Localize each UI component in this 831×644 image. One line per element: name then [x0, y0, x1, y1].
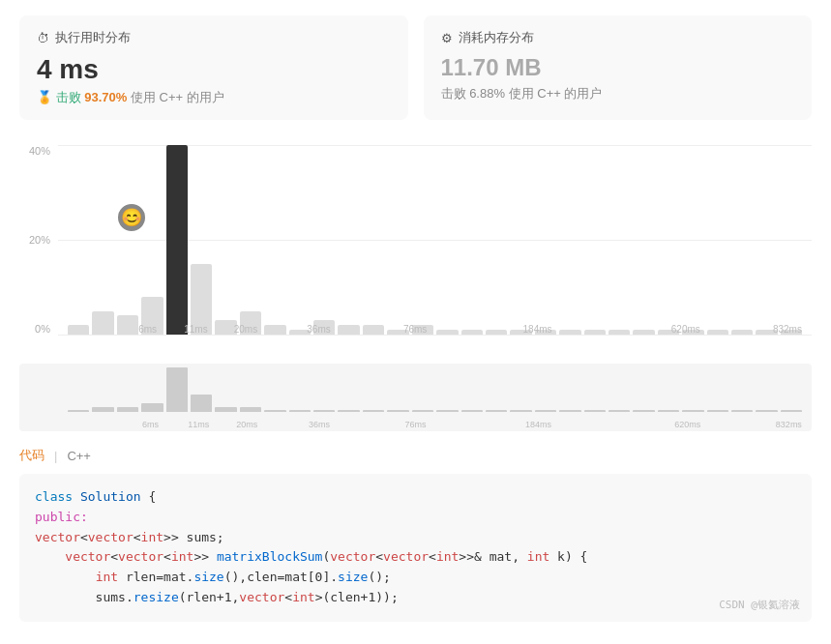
stats-section: ⏱ 执行用时分布 4 ms 🏅 击败 93.70% 使用 C++ 的用户 ⚙ 消… — [0, 0, 831, 135]
fire-icon: 🏅 — [37, 90, 52, 104]
chart-section: 40% 20% 0% 😊 6ms11ms20ms36ms76ms184ms620… — [0, 135, 831, 441]
mini-x-label-27 — [727, 420, 749, 429]
mini-bar-25 — [682, 410, 703, 412]
mini-bar-11 — [338, 410, 359, 412]
mini-x-label-28 — [752, 420, 773, 429]
time-stat-sub: 🏅 击败 93.70% 使用 C++ 的用户 — [37, 89, 391, 106]
y-label-0: 0% — [19, 323, 50, 335]
mini-bar-16 — [461, 410, 483, 412]
memory-stat-card: ⚙ 消耗内存分布 11.70 MB 击败 6.88% 使用 C++ 的用户 — [424, 15, 813, 120]
tab-language[interactable]: C++ — [67, 449, 91, 463]
mini-bar-23 — [633, 410, 654, 412]
code-line-4: vector<vector<int>> matrixBlockSum(vecto… — [35, 547, 796, 568]
mini-x-label-25: 620ms — [674, 420, 700, 429]
mini-x-label-13 — [381, 420, 402, 429]
mini-x-label-19: 184ms — [525, 420, 551, 429]
chart-main: 40% 20% 0% 😊 6ms11ms20ms36ms76ms184ms620… — [19, 135, 812, 358]
mini-x-label-1 — [92, 420, 113, 429]
time-stat-card: ⏱ 执行用时分布 4 ms 🏅 击败 93.70% 使用 C++ 的用户 — [19, 15, 408, 120]
mini-x-label-9 — [284, 420, 306, 429]
mini-bar-1 — [92, 407, 113, 412]
time-stat-value: 4 ms — [37, 54, 391, 85]
x-label-3: 6ms — [137, 324, 158, 335]
mini-bar-3 — [141, 403, 163, 412]
mini-bar-28 — [756, 410, 777, 412]
code-line-1: class Solution { — [35, 487, 796, 508]
mini-bar-24 — [658, 410, 679, 412]
code-line-2: public: — [35, 508, 796, 528]
clock-icon: ⏱ — [37, 31, 49, 45]
mini-x-label-5: 11ms — [188, 420, 209, 429]
x-label-19: 184ms — [523, 324, 552, 335]
mini-x-label-10: 36ms — [309, 420, 330, 429]
y-label-20: 20% — [19, 234, 50, 246]
mini-x-label-17 — [477, 420, 498, 429]
code-line-6: sums.resize(rlen+1,vector<int>(clen+1)); — [35, 588, 796, 608]
mini-bar-26 — [707, 410, 728, 412]
tab-divider: | — [54, 449, 57, 463]
mini-x-labels: 6ms11ms20ms36ms76ms184ms620ms832ms — [58, 420, 812, 429]
mini-x-label-29: 832ms — [776, 420, 802, 429]
code-section: 代码 | C++ class Solution { public: vector… — [0, 447, 831, 622]
mini-x-label-18 — [501, 420, 522, 429]
mini-bar-12 — [363, 410, 384, 412]
mini-bar-27 — [731, 410, 753, 412]
mini-bar-14 — [412, 410, 433, 412]
mini-x-label-7: 20ms — [236, 420, 257, 429]
x-label-10: 36ms — [307, 324, 330, 335]
memory-stat-title: ⚙ 消耗内存分布 — [441, 29, 795, 46]
mini-bars-container — [58, 367, 812, 412]
mini-bar-22 — [608, 410, 630, 412]
grid-line-bottom — [58, 335, 812, 336]
mini-bar-7 — [240, 407, 261, 412]
code-line-3: vector<vector<int>> sums; — [35, 528, 796, 548]
x-label-7: 20ms — [234, 324, 257, 335]
x-label-29: 832ms — [773, 324, 802, 335]
tab-code[interactable]: 代码 — [19, 447, 45, 464]
mini-x-label-16 — [453, 420, 474, 429]
mini-x-label-20 — [554, 420, 576, 429]
mini-x-label-26 — [703, 420, 725, 429]
x-labels: 6ms11ms20ms36ms76ms184ms620ms832ms — [58, 324, 812, 335]
mini-bar-13 — [387, 410, 408, 412]
time-stat-title: ⏱ 执行用时分布 — [37, 29, 391, 46]
code-tabs: 代码 | C++ — [19, 447, 812, 464]
memory-icon: ⚙ — [441, 31, 453, 45]
mini-bar-4 — [166, 367, 188, 412]
mini-bar-21 — [584, 410, 606, 412]
watermark: CSDN @银氦溶液 — [719, 597, 800, 614]
mini-bar-8 — [264, 410, 285, 412]
mini-x-label-11 — [333, 420, 354, 429]
x-label-25: 620ms — [671, 324, 700, 335]
mini-bar-18 — [510, 410, 531, 412]
mini-x-label-8 — [260, 420, 282, 429]
mini-x-label-0 — [68, 420, 89, 429]
memory-stat-value: 11.70 MB — [441, 54, 795, 81]
mini-bar-6 — [215, 407, 236, 412]
code-line-5: int rlen=mat.size(),clen=mat[0].size(); — [35, 568, 796, 588]
mini-x-label-3: 6ms — [140, 420, 162, 429]
mini-bar-20 — [559, 410, 580, 412]
mini-bar-17 — [486, 410, 507, 412]
mini-x-label-6 — [212, 420, 233, 429]
x-label-14: 76ms — [403, 324, 427, 335]
mini-bar-5 — [191, 395, 212, 412]
mini-x-label-24 — [650, 420, 671, 429]
chart-plot-area: 😊 6ms11ms20ms36ms76ms184ms620ms832ms — [58, 145, 812, 335]
mini-bar-29 — [781, 410, 802, 412]
mini-bar-2 — [117, 407, 138, 412]
y-label-40: 40% — [19, 145, 50, 157]
x-label-5: 11ms — [184, 324, 207, 335]
memory-stat-sub: 击败 6.88% 使用 C++ 的用户 — [441, 85, 795, 102]
bars-container — [58, 145, 812, 335]
mini-x-label-22 — [603, 420, 624, 429]
mini-x-label-4 — [163, 420, 185, 429]
mini-bar-19 — [535, 410, 556, 412]
code-block: class Solution { public: vector<vector<i… — [19, 474, 812, 622]
mini-bar-10 — [313, 410, 335, 412]
mini-bar-9 — [289, 410, 311, 412]
mini-x-label-21 — [579, 420, 600, 429]
mini-bar-0 — [68, 410, 89, 412]
mini-x-label-2 — [116, 420, 137, 429]
mini-x-label-12 — [357, 420, 378, 429]
